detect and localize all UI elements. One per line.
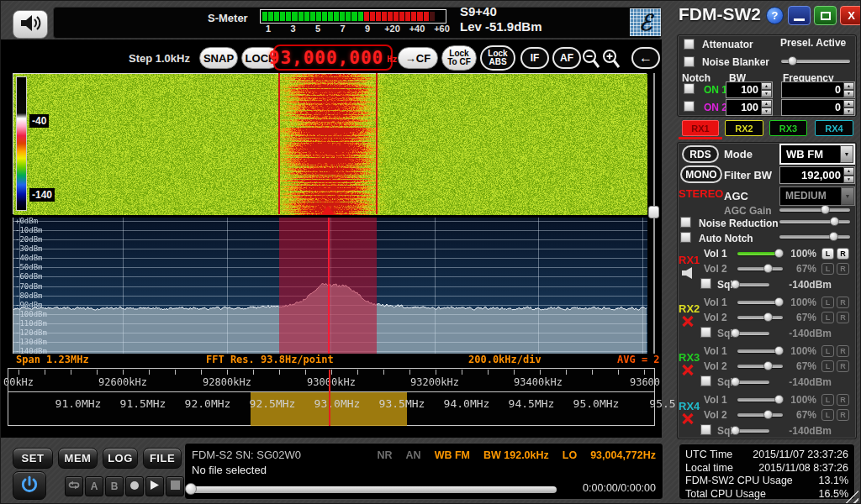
vol1-slider-handle[interactable] [774, 395, 784, 404]
vol1-left-button[interactable]: L [821, 248, 834, 260]
speaker-icon[interactable] [681, 266, 694, 283]
agc-dropdown[interactable]: MEDIUM ▼ [779, 186, 855, 206]
loop-button[interactable] [65, 476, 83, 496]
squelch-slider-handle[interactable] [731, 280, 740, 289]
auto-notch-checkbox[interactable] [680, 232, 691, 243]
vol2-slider[interactable] [737, 267, 783, 270]
spinner-up-icon[interactable]: ▲ [843, 82, 854, 90]
spinner-down-icon[interactable]: ▼ [843, 90, 854, 97]
squelch-slider[interactable] [732, 283, 769, 286]
vol2-slider-handle[interactable] [763, 264, 773, 273]
power-button[interactable] [13, 471, 46, 500]
filter-bw-spinner[interactable]: 192,000 ▲▼ [779, 166, 855, 184]
vol1-left-button[interactable]: L [821, 345, 834, 357]
rds-button[interactable]: RDS [682, 145, 719, 163]
squelch-slider[interactable] [732, 381, 769, 384]
spinner-up-icon[interactable]: ▲ [843, 100, 854, 108]
agc-gain-slider[interactable] [779, 208, 850, 212]
playback-progress-handle[interactable] [185, 483, 197, 495]
vol1-right-button[interactable]: R [837, 345, 849, 357]
spinner-down-icon[interactable]: ▼ [761, 108, 772, 115]
spinner-down-icon[interactable]: ▼ [843, 108, 854, 115]
squelch-slider[interactable] [732, 332, 769, 335]
attenuator-checkbox[interactable] [684, 39, 695, 50]
vol2-left-button[interactable]: L [821, 409, 834, 421]
tab-rx2[interactable]: RX2 [725, 120, 763, 136]
mute-icon[interactable] [681, 412, 695, 428]
lock-to-cf-button[interactable]: Lock To CF [441, 45, 477, 71]
filter-bw-down-icon[interactable]: ▼ [843, 176, 854, 184]
mute-icon[interactable] [681, 315, 695, 331]
vol1-slider[interactable] [737, 252, 783, 255]
spectrum-display[interactable] [13, 218, 647, 354]
tab-rx4[interactable]: RX4 [815, 120, 853, 136]
play-button[interactable] [145, 476, 164, 496]
file-button[interactable]: FILE [143, 448, 182, 469]
mute-icon[interactable] [681, 364, 695, 380]
vol1-right-button[interactable]: R [837, 297, 849, 308]
notch-2-frequency-spinner[interactable]: 0▲▼ [781, 99, 855, 116]
vol2-left-button[interactable]: L [821, 360, 834, 372]
snap-button[interactable]: SNAP [199, 47, 238, 69]
vol1-slider-handle[interactable] [774, 346, 784, 355]
vol1-left-button[interactable]: L [821, 394, 834, 406]
notch-1-frequency-spinner[interactable]: 0▲▼ [781, 81, 855, 98]
squelch-slider-handle[interactable] [731, 377, 740, 386]
vol2-right-button[interactable]: R [837, 409, 849, 421]
demod-band-right-edge[interactable] [376, 73, 378, 214]
playback-progress-bar[interactable] [190, 486, 557, 493]
filter-bw-up-icon[interactable]: ▲ [843, 167, 854, 176]
notch-1-bw-spinner[interactable]: 100▲▼ [726, 81, 773, 98]
marker-b-button[interactable]: B [105, 476, 124, 496]
squelch-checkbox[interactable] [700, 327, 711, 338]
squelch-checkbox[interactable] [700, 424, 711, 435]
notch-2-checkbox[interactable] [684, 101, 695, 112]
vol1-left-button[interactable]: L [821, 297, 834, 308]
chevron-down-icon[interactable]: ▼ [841, 187, 854, 205]
vol1-slider[interactable] [737, 301, 783, 304]
tab-rx3[interactable]: RX3 [769, 120, 807, 136]
vol2-right-button[interactable]: R [837, 263, 849, 275]
squelch-checkbox[interactable] [700, 375, 711, 386]
record-button[interactable] [125, 476, 144, 496]
waterfall-display[interactable] [13, 73, 647, 214]
stop-button[interactable] [166, 476, 184, 496]
vol1-right-button[interactable]: R [837, 248, 849, 260]
vol2-slider[interactable] [737, 365, 783, 368]
frequency-scales[interactable]: 00kHz92600kHz92800kHz93000kHz93200kHz934… [8, 368, 655, 426]
vol2-right-button[interactable]: R [837, 360, 849, 372]
squelch-slider-handle[interactable] [731, 426, 740, 435]
vol2-slider[interactable] [737, 316, 783, 319]
back-button[interactable]: ← [631, 47, 660, 69]
noise-blanker-checkbox[interactable] [684, 56, 695, 67]
vol2-slider-handle[interactable] [763, 410, 773, 419]
noise-blanker-slider[interactable] [781, 60, 850, 63]
mem-button[interactable]: MEM [58, 448, 98, 469]
squelch-checkbox[interactable] [700, 278, 711, 289]
vol2-right-button[interactable]: R [837, 312, 849, 323]
minimize-button[interactable] [788, 6, 811, 25]
vol2-slider[interactable] [737, 413, 783, 417]
auto-notch-slider-handle[interactable] [829, 232, 838, 241]
noise-reduction-checkbox[interactable] [680, 217, 691, 228]
noise-reduction-slider[interactable] [779, 220, 850, 223]
vol2-slider-handle[interactable] [763, 312, 773, 322]
mono-button[interactable]: MONO [680, 165, 722, 183]
set-button[interactable]: SET [13, 448, 53, 469]
close-button[interactable]: X [840, 6, 861, 25]
spinner-down-icon[interactable]: ▼ [761, 90, 772, 97]
zoom-in-icon[interactable] [601, 48, 621, 73]
squelch-slider[interactable] [732, 429, 769, 433]
to-center-frequency-button[interactable]: →CF [398, 47, 438, 69]
mode-dropdown[interactable]: WB FM ▼ [779, 144, 855, 165]
vol2-slider-handle[interactable] [763, 361, 773, 370]
demod-band-left-edge[interactable] [278, 73, 280, 214]
agc-gain-slider-handle[interactable] [821, 205, 830, 214]
tab-rx1[interactable]: RX1 [682, 120, 719, 136]
vol1-slider-handle[interactable] [774, 297, 784, 307]
vol1-right-button[interactable]: R [837, 394, 849, 406]
log-button[interactable]: LOG [103, 448, 138, 469]
auto-notch-slider[interactable] [779, 235, 850, 239]
vol1-slider[interactable] [737, 398, 783, 402]
frequency-display[interactable]: 93,000,000 Hz [273, 45, 393, 71]
